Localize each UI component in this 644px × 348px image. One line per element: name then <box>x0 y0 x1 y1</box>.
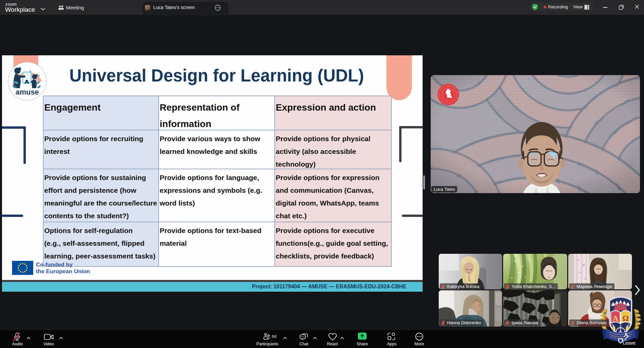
svg-text:amuse: amuse <box>15 88 39 96</box>
svg-text:Ω: Ω <box>622 314 629 323</box>
svg-text:Α: Α <box>612 314 619 323</box>
